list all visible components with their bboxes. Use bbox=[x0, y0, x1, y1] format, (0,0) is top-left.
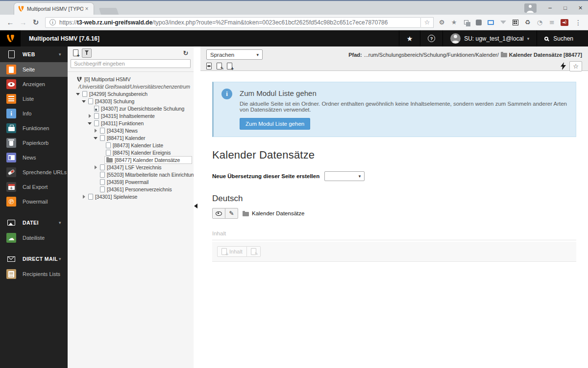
new-page-icon[interactable] bbox=[71, 48, 80, 58]
tree-node[interactable]: [34347] LSF Verzeichnis bbox=[68, 163, 194, 171]
page-icon bbox=[100, 164, 105, 170]
browser-menu-icon[interactable] bbox=[572, 19, 584, 26]
bookmark-page-icon[interactable] bbox=[569, 61, 582, 71]
reload-icon[interactable] bbox=[29, 18, 42, 27]
sidebar-item-dateiliste[interactable]: ☁Dateiliste bbox=[0, 230, 68, 245]
tree-search-input[interactable] bbox=[71, 59, 191, 68]
window-close-button[interactable] bbox=[573, 1, 588, 14]
sidebar-item-liste[interactable]: Liste bbox=[0, 92, 68, 106]
browser-tab[interactable]: Multiportal HSMV [TYPO bbox=[14, 2, 94, 15]
qr-code-icon[interactable] bbox=[510, 17, 521, 28]
bookmarks-toolbar-item[interactable] bbox=[399, 30, 420, 46]
tree-splitter[interactable] bbox=[194, 46, 200, 368]
recycle-icon[interactable]: ♻ bbox=[522, 17, 533, 28]
sidebar-item-powermail[interactable]: ℗Powermail bbox=[0, 194, 68, 209]
view-webpage-icon[interactable] bbox=[206, 63, 212, 69]
new-tab-button[interactable] bbox=[99, 8, 119, 15]
filter-icon[interactable] bbox=[82, 48, 92, 58]
browser-profile-icon[interactable] bbox=[524, 3, 537, 13]
module-section-web[interactable]: WEB bbox=[0, 46, 68, 62]
view-record-icon[interactable] bbox=[212, 208, 225, 219]
tree-node[interactable]: [34343] News bbox=[68, 127, 194, 134]
tree-toolbar bbox=[68, 46, 194, 58]
typo3-logo-icon[interactable] bbox=[0, 30, 21, 46]
collapse-icon[interactable] bbox=[76, 92, 81, 96]
tab-close-icon[interactable] bbox=[83, 5, 90, 12]
volume-badge-icon[interactable]: ◄) bbox=[559, 17, 570, 28]
sidebar-item-anzeigen[interactable]: Anzeigen bbox=[0, 77, 68, 92]
collapse-tree-icon[interactable] bbox=[194, 204, 197, 208]
expand-icon[interactable] bbox=[94, 128, 98, 133]
tree-node[interactable]: [0] Multiportal HSMV bbox=[68, 75, 194, 83]
tree-node[interactable]: [88471] Kalender bbox=[68, 134, 194, 141]
tree-node[interactable]: [55203] Mitarbeiterliste nach Einrichtun… bbox=[68, 171, 194, 178]
content-area: Sprachen Pfad: ...rum/Schulungsbereich/S… bbox=[200, 46, 588, 368]
tree-node[interactable]: [34299] Schulungsbereich bbox=[68, 90, 194, 97]
doclist-icon bbox=[6, 269, 16, 279]
tree-node-selected[interactable]: [88477] Kalender Datensätze bbox=[68, 156, 194, 163]
timer-icon[interactable]: ◔ bbox=[534, 17, 545, 28]
reader-lines-icon[interactable]: ≡ bbox=[546, 17, 558, 28]
crop-frame-icon[interactable] bbox=[485, 17, 496, 28]
sidebar-item-recipients-lists[interactable]: Recipients Lists bbox=[0, 267, 68, 281]
expand-icon[interactable] bbox=[82, 194, 87, 199]
page-info-icon[interactable] bbox=[49, 19, 56, 25]
help-toolbar-item[interactable] bbox=[420, 30, 442, 46]
filter-icon[interactable] bbox=[497, 17, 509, 28]
shortcut-icon bbox=[94, 106, 99, 112]
pages-icon[interactable] bbox=[461, 17, 472, 28]
forward-icon[interactable] bbox=[17, 18, 29, 26]
sidebar-item-sprechende-urls[interactable]: Sprechende URLs bbox=[0, 165, 68, 180]
tree-node[interactable]: [34307] zur Übersichtsseite Schulung bbox=[68, 105, 194, 112]
expand-icon[interactable] bbox=[88, 114, 93, 118]
tree-node[interactable]: [88475] Kalender Ereignis bbox=[68, 149, 194, 156]
sidebar-item-papierkorb[interactable]: Papierkorb bbox=[0, 136, 68, 150]
tree-node[interactable]: [34301] Spielwiese bbox=[68, 193, 194, 200]
bookmark-star-icon[interactable] bbox=[421, 17, 434, 28]
module-section-direct-mail[interactable]: DIRECT MAIL bbox=[0, 251, 68, 267]
module-section-datei[interactable]: DATEI bbox=[0, 215, 68, 230]
list-icon bbox=[6, 94, 16, 104]
sidebar-item-cal-export[interactable]: Cal Export bbox=[0, 180, 68, 194]
window-minimize-button[interactable] bbox=[542, 1, 558, 14]
tree-node[interactable]: [34303] Schulung bbox=[68, 97, 194, 105]
tree-node[interactable]: /Universität Greifswald/Universitätsrech… bbox=[68, 83, 194, 90]
card-icon[interactable] bbox=[473, 17, 484, 28]
language-select[interactable]: Sprachen bbox=[206, 49, 263, 60]
tree-node[interactable]: [34315] Inhaltselemente bbox=[68, 112, 194, 119]
translation-select[interactable] bbox=[324, 171, 365, 181]
expand-icon[interactable] bbox=[94, 165, 98, 170]
tree-node[interactable]: [34311] Funktionen bbox=[68, 119, 194, 127]
sidebar-item-info[interactable]: iInfo bbox=[0, 106, 68, 121]
tree-node[interactable]: [34359] Powermail bbox=[68, 178, 194, 185]
doc-header: Sprachen Pfad: ...rum/Schulungsbereich/S… bbox=[200, 46, 588, 71]
search-toolbar-item[interactable]: Suchen bbox=[537, 30, 588, 46]
tree-node[interactable]: [34361] Personenverzeichnis bbox=[68, 185, 194, 193]
sidebar-item-funktionen[interactable]: Funktionen bbox=[0, 121, 68, 136]
new-page-icon[interactable] bbox=[227, 63, 232, 69]
extension-star-icon[interactable]: ★ bbox=[448, 17, 460, 28]
back-icon[interactable] bbox=[4, 18, 17, 26]
sidebar-item-news[interactable]: News bbox=[0, 150, 68, 165]
address-bar[interactable]: https://t3-web.rz.uni-greifswald.de/typo… bbox=[45, 17, 421, 28]
edit-record-icon[interactable] bbox=[225, 208, 238, 219]
settings-icon[interactable]: ⚙ bbox=[436, 17, 447, 28]
collapse-icon[interactable] bbox=[82, 99, 87, 104]
new-content-wizard-button-disabled bbox=[246, 246, 261, 257]
module-menu: WEBSeiteAnzeigenListeiInfoFunktionenPapi… bbox=[0, 46, 68, 368]
collapse-icon[interactable] bbox=[88, 121, 93, 126]
cloud-icon: ☁ bbox=[6, 233, 16, 243]
tree-node[interactable]: [88473] Kalender Liste bbox=[68, 141, 194, 149]
go-to-list-module-button[interactable]: Zum Modul Liste gehen bbox=[240, 118, 310, 130]
sidebar-item-seite[interactable]: Seite bbox=[0, 62, 68, 77]
edit-page-properties-icon[interactable] bbox=[217, 63, 222, 69]
collapse-icon[interactable] bbox=[94, 136, 98, 140]
translation-label: Neue Übersetzung dieser Seite erstellen bbox=[212, 173, 319, 179]
pill-icon bbox=[6, 167, 16, 177]
user-toolbar-item[interactable]: SU: ugw_test_1@local bbox=[442, 30, 537, 46]
clear-cache-bolt-icon[interactable] bbox=[561, 62, 566, 70]
url-text: https://t3-web.rz.uni-greifswald.de/typo… bbox=[59, 19, 388, 26]
refresh-icon[interactable] bbox=[181, 48, 191, 58]
page-icon bbox=[82, 91, 87, 97]
window-maximize-button[interactable] bbox=[558, 1, 573, 14]
